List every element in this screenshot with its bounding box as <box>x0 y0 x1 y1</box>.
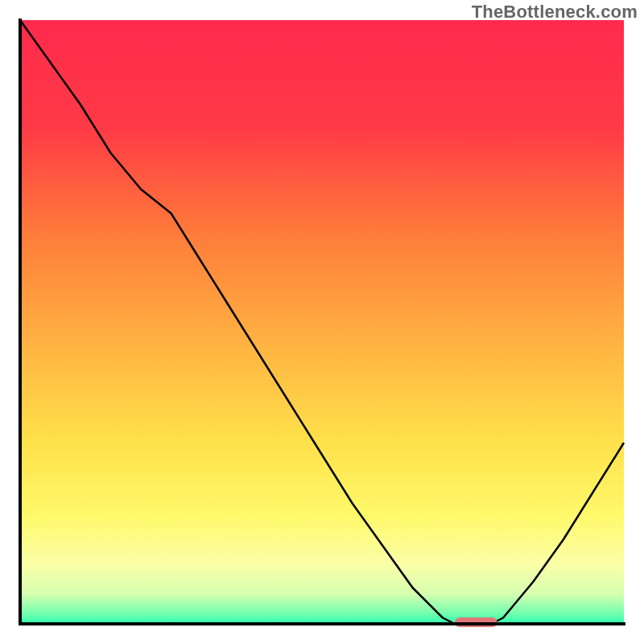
bottleneck-chart: TheBottleneck.com <box>0 0 644 644</box>
plot-background <box>20 20 624 624</box>
chart-svg <box>0 0 644 644</box>
watermark-text: TheBottleneck.com <box>472 2 638 23</box>
